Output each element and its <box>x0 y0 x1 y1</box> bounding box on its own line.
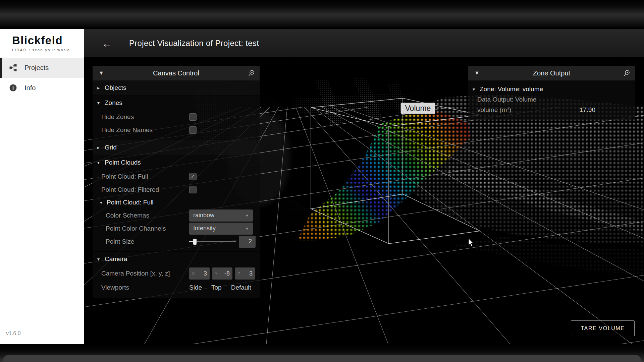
dropdown-caret-icon: ▼ <box>245 214 249 218</box>
setting-label: Hide Zones <box>101 113 134 121</box>
caret-down-icon: ▾ <box>100 200 104 205</box>
zone-row[interactable]: ▾ Zone: Volume: volume <box>468 84 635 94</box>
canvas-control-panel: ▼ Canvas Control ▸ Objects <box>93 66 260 298</box>
point-size-row: Point Size 2 <box>93 235 260 248</box>
dropdown-value: rainbow <box>193 212 214 219</box>
section-label: Objects <box>105 84 126 92</box>
hide-zone-names-checkbox[interactable] <box>189 126 197 134</box>
dropdown-caret-icon: ▼ <box>245 227 249 231</box>
camera-position-row: Camera Position [x, y, z] X 3 Y -8 <box>93 266 260 281</box>
zone-label: Zone: Volume: volume <box>480 85 543 93</box>
color-schemas-row: Color Schemas rainbow ▼ <box>93 209 260 222</box>
camera-z-input[interactable]: Z 3 <box>235 267 255 280</box>
viewport-3d[interactable]: Volume ▼ Canvas Control ▸ <box>84 57 644 344</box>
collapse-panel-icon[interactable]: ▼ <box>99 70 104 76</box>
setting-label: Point Size <box>106 238 135 245</box>
color-schemas-dropdown[interactable]: rainbow ▼ <box>189 209 253 222</box>
sidebar-item-label: Info <box>24 84 36 92</box>
setting-label: Viewports <box>101 284 129 291</box>
hide-zone-names-row: Hide Zone Names <box>93 123 260 136</box>
camera-x-input[interactable]: X 3 <box>189 267 210 280</box>
axis-letter: X <box>192 271 195 276</box>
hide-zones-checkbox[interactable] <box>189 113 197 121</box>
setting-label: Point Cloud: Filtered <box>101 186 159 193</box>
back-arrow-icon[interactable]: ← <box>102 38 112 49</box>
section-label: Grid <box>105 144 117 151</box>
canvas-control-header: ▼ Canvas Control <box>93 66 260 80</box>
point-cloud-filtered-checkbox[interactable] <box>189 186 197 193</box>
point-clouds-section-header[interactable]: ▾ Point Clouds <box>93 155 260 170</box>
point-size-value[interactable]: 2 <box>239 236 256 248</box>
zone-name-label: Volume <box>401 103 435 114</box>
axis-letter: Z <box>237 271 240 276</box>
info-icon <box>9 84 17 92</box>
projects-icon <box>9 64 17 72</box>
caret-down-icon: ▾ <box>473 86 477 92</box>
sidebar-item-label: Projects <box>24 64 49 72</box>
section-label: Zones <box>105 99 122 107</box>
sidebar-item-projects[interactable]: Projects <box>0 58 84 78</box>
panel-title: Canvas Control <box>93 69 260 77</box>
tare-volume-button[interactable]: TARE VOLUME <box>571 320 635 336</box>
slider-handle[interactable] <box>193 239 197 245</box>
camera-section: ▾ Camera Camera Position [x, y, z] X 3 <box>93 252 260 298</box>
zone-output-header: ▼ Zone Output <box>468 66 635 80</box>
slider-fill <box>189 241 193 242</box>
sidebar-item-info[interactable]: Info <box>0 78 84 98</box>
page-header: ← Project Visualization of Project: test <box>84 29 644 57</box>
setting-label: Hide Zone Names <box>101 126 153 134</box>
zones-section-header[interactable]: ▾ Zones <box>93 96 260 110</box>
point-cloud-filtered-row: Point Cloud: Filtered <box>93 183 260 196</box>
caret-right-icon: ▸ <box>97 85 101 90</box>
point-cloud-full-row: Point Cloud: Full ✓ <box>93 170 260 183</box>
caret-right-icon: ▸ <box>97 145 101 150</box>
section-label: Camera <box>105 255 127 263</box>
point-color-channels-dropdown[interactable]: Intensity ▼ <box>189 223 253 235</box>
slider-track[interactable] <box>189 241 236 242</box>
point-color-channels-row: Point Color Channels Intensity ▼ <box>93 222 260 235</box>
camera-position-inputs: X 3 Y -8 Z 3 <box>189 267 255 280</box>
logo-wordmark: Blickfeld <box>12 34 84 47</box>
viewport-buttons: Side Top Default <box>189 284 251 291</box>
objects-section-header[interactable]: ▸ Objects <box>93 80 260 95</box>
hide-zones-row: Hide Zones <box>93 110 260 123</box>
objects-section: ▸ Objects <box>93 80 260 96</box>
setting-label: Color Schemas <box>106 212 149 219</box>
viewport-default-button[interactable]: Default <box>231 284 251 291</box>
canvas-control-body: ▸ Objects ▾ Zones Hide Zones <box>93 80 260 298</box>
axis-value: 3 <box>204 270 207 277</box>
data-output-label: Data Output: Volume <box>477 96 536 103</box>
viewports-row: Viewports Side Top Default <box>93 281 260 295</box>
logo-tagline: LiDAR / scan your world <box>12 48 84 52</box>
viewport-top-button[interactable]: Top <box>211 284 222 291</box>
collapse-panel-icon[interactable]: ▼ <box>474 70 480 76</box>
point-size-slider[interactable] <box>189 236 236 248</box>
axis-value: 3 <box>249 270 253 277</box>
viewport-side-button[interactable]: Side <box>189 284 202 291</box>
data-output-row: Data Output: Volume <box>468 94 635 105</box>
camera-section-header[interactable]: ▾ Camera <box>93 252 260 266</box>
caret-down-icon: ▾ <box>97 160 101 165</box>
zone-output-panel: ▼ Zone Output ▾ Zone: Volume: volume Dat… <box>468 66 635 120</box>
monitor-bezel-top <box>0 0 644 29</box>
volume-metric-row: volume (m³) 17.90 <box>468 105 635 115</box>
zones-section: ▾ Zones Hide Zones Hide Zone Names <box>93 96 260 140</box>
point-cloud-full-checkbox[interactable]: ✓ <box>189 173 197 180</box>
dropdown-value: Intensity <box>193 225 216 232</box>
metric-value: 17.90 <box>579 106 595 114</box>
app-version: v1.6.0 <box>6 330 21 337</box>
point-cloud-full-subsection-header[interactable]: ▾ Point Cloud: Full <box>93 196 260 209</box>
grid-section-header[interactable]: ▸ Grid <box>93 140 260 155</box>
subsection-label: Point Cloud: Full <box>107 199 153 206</box>
camera-y-input[interactable]: Y -8 <box>212 267 232 280</box>
screen: Blickfeld LiDAR / scan your world Projec… <box>0 0 644 362</box>
section-label: Point Clouds <box>105 159 141 166</box>
pin-icon[interactable] <box>623 69 631 77</box>
caret-down-icon: ▾ <box>97 100 101 106</box>
page-title: Project Visualization of Project: test <box>129 39 259 48</box>
app-window: Blickfeld LiDAR / scan your world Projec… <box>0 29 644 344</box>
axis-value: -8 <box>224 270 230 277</box>
pin-icon[interactable] <box>248 69 256 77</box>
caret-down-icon: ▾ <box>97 256 101 262</box>
setting-label: Camera Position [x, y, z] <box>101 270 170 277</box>
